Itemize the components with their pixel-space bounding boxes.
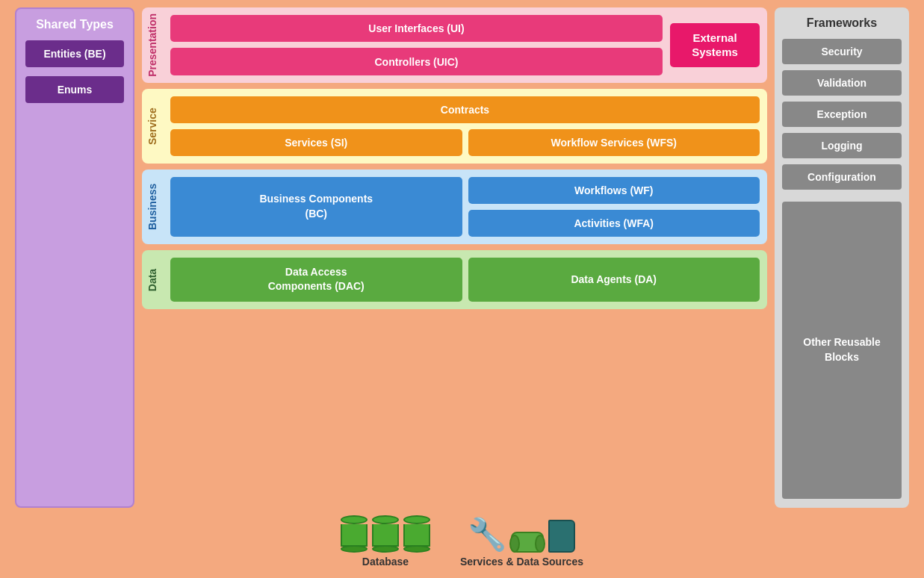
- cyl-body-3: [403, 524, 430, 547]
- shared-types-title: Shared Types: [36, 18, 114, 31]
- cyl-body-2: [372, 524, 399, 547]
- main-container: Shared Types Entities (BE) Enums Present…: [15, 7, 909, 508]
- validation-item: Validation: [782, 70, 902, 96]
- cylinder-2: [372, 515, 399, 553]
- presentation-inner: User Interfaces (UI) Controllers (UIC) E…: [170, 15, 760, 75]
- dac-block: Data Access Components (DAC): [170, 258, 462, 302]
- shared-types-panel: Shared Types Entities (BE) Enums: [15, 7, 134, 508]
- workflow-services-block: Workflow Services (WFS): [468, 129, 760, 156]
- data-row: Data Access Components (DAC) Data Agents…: [170, 258, 760, 302]
- business-label: Business: [142, 170, 163, 244]
- activities-block: Activities (WFA): [468, 210, 760, 237]
- business-layer: Business Business Components (BC) Workfl…: [142, 170, 767, 244]
- service-row: Services (SI) Workflow Services (WFS): [170, 129, 760, 156]
- da-block: Data Agents (DA): [468, 258, 760, 302]
- database-item: Database: [341, 515, 430, 568]
- configuration-item: Configuration: [782, 164, 902, 190]
- cyl-bottom-2: [372, 545, 399, 553]
- presentation-left: User Interfaces (UI) Controllers (UIC): [170, 15, 663, 75]
- business-content: Business Components (BC) Workflows (WF) …: [163, 170, 767, 244]
- cyl-top-3: [403, 515, 430, 524]
- barrel-group: [511, 532, 544, 553]
- workflows-block: Workflows (WF): [468, 177, 760, 204]
- external-block: External Systems: [670, 23, 760, 67]
- services-item: 🔧 Services & Data Sources: [460, 516, 583, 568]
- presentation-layer: Presentation User Interfaces (UI) Contro…: [142, 7, 767, 83]
- tool-icon: 🔧: [468, 516, 506, 553]
- ui-block: User Interfaces (UI): [170, 15, 663, 42]
- logging-item: Logging: [782, 133, 902, 158]
- barrel-1: [511, 532, 544, 553]
- cylinder-1: [341, 515, 368, 553]
- frameworks-panel: Frameworks Security Validation Exception…: [775, 7, 909, 508]
- enums-block: Enums: [25, 76, 124, 103]
- services-block: Services (SI): [170, 129, 462, 156]
- database-icons: [341, 515, 430, 553]
- cyl-body-1: [341, 524, 368, 547]
- data-content: Data Access Components (DAC) Data Agents…: [163, 250, 767, 309]
- database-label: Database: [362, 556, 409, 568]
- presentation-label: Presentation: [142, 7, 163, 83]
- cyl-bottom-1: [341, 545, 368, 553]
- book-icon: [548, 520, 575, 553]
- business-row: Business Components (BC) Workflows (WF) …: [170, 177, 760, 237]
- data-label: Data: [142, 250, 163, 309]
- layers-area: Presentation User Interfaces (UI) Contro…: [142, 7, 767, 508]
- other-blocks-item: Other Reusable Blocks: [782, 202, 902, 499]
- business-right: Workflows (WF) Activities (WFA): [468, 177, 760, 237]
- services-icons: 🔧: [468, 516, 575, 553]
- security-item: Security: [782, 39, 902, 64]
- cyl-bottom-3: [403, 545, 430, 553]
- controllers-block: Controllers (UIC): [170, 48, 663, 75]
- data-layer: Data Data Access Components (DAC) Data A…: [142, 250, 767, 309]
- entities-block: Entities (BE): [25, 40, 124, 67]
- presentation-content: User Interfaces (UI) Controllers (UIC) E…: [163, 7, 767, 83]
- frameworks-title: Frameworks: [807, 16, 877, 30]
- cylinder-3: [403, 515, 430, 553]
- presentation-right: External Systems: [670, 15, 760, 75]
- service-content: Contracts Services (SI) Workflow Service…: [163, 89, 767, 164]
- bottom-area: Database 🔧 Services & Data Sources: [15, 508, 909, 571]
- contracts-block: Contracts: [170, 96, 760, 123]
- cyl-top-2: [372, 515, 399, 524]
- exception-item: Exception: [782, 102, 902, 127]
- bc-block: Business Components (BC): [170, 177, 462, 237]
- service-layer: Service Contracts Services (SI) Workflow…: [142, 89, 767, 164]
- services-label: Services & Data Sources: [460, 556, 583, 568]
- service-label: Service: [142, 89, 163, 164]
- business-left: Business Components (BC): [170, 177, 462, 237]
- cyl-top-1: [341, 515, 368, 524]
